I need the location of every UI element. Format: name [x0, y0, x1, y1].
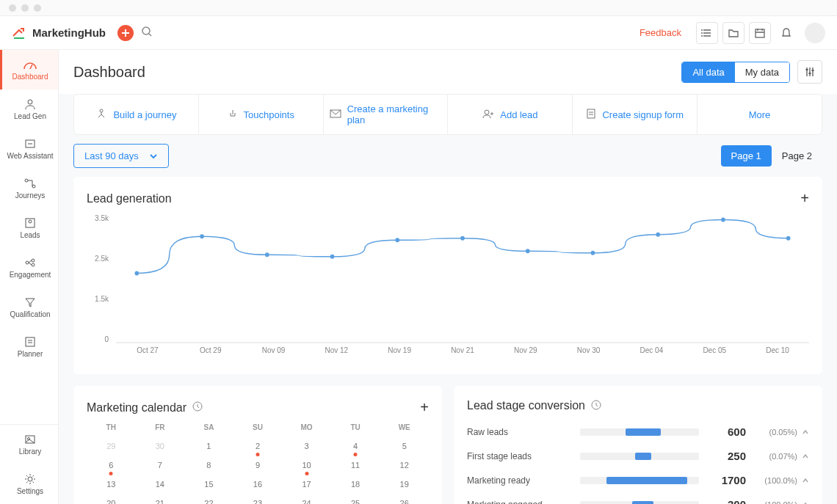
funnel-icon: [23, 296, 37, 308]
svg-point-23: [485, 110, 489, 114]
svg-point-33: [591, 251, 595, 255]
action-signup-form[interactable]: Create signup form: [573, 95, 698, 134]
sidebar-item-webassistant[interactable]: Web Assistant: [0, 129, 58, 169]
topbar: MarketingHub Feedback: [0, 16, 837, 50]
search-button[interactable]: [141, 26, 153, 40]
svg-point-5: [28, 100, 32, 104]
list-icon-button[interactable]: [696, 22, 718, 44]
page-tabs: Page 1 Page 2: [721, 145, 822, 167]
svg-point-34: [656, 233, 660, 237]
calendar-day[interactable]: 11: [331, 461, 380, 470]
action-marketing-plan[interactable]: Create a marketing plan: [324, 95, 449, 134]
calendar-day[interactable]: 26: [380, 499, 429, 504]
feedback-link[interactable]: Feedback: [639, 27, 681, 38]
sidebar-item-settings[interactable]: Settings: [0, 464, 58, 504]
event-dot-icon: [354, 453, 358, 456]
toggle-my-data[interactable]: My data: [735, 62, 789, 82]
calendar-day[interactable]: 9: [233, 461, 283, 470]
calendar-day[interactable]: 19: [380, 480, 429, 489]
sidebar-item-leadgen[interactable]: Lead Gen: [0, 90, 58, 129]
view-settings-button[interactable]: [797, 60, 822, 84]
sidebar-item-leads[interactable]: Leads: [0, 208, 58, 248]
calendar-day[interactable]: 7: [136, 461, 185, 470]
calendar-day[interactable]: 14: [136, 480, 185, 489]
stage-bar: [580, 477, 699, 484]
calendar-day[interactable]: 4: [331, 442, 380, 450]
svg-point-7: [25, 179, 28, 182]
stage-bar: [580, 428, 699, 436]
plus-icon: [121, 29, 130, 37]
people-icon: [23, 98, 37, 110]
add-button[interactable]: [117, 25, 134, 41]
tab-page-1[interactable]: Page 1: [721, 145, 772, 167]
add-user-icon: [482, 109, 494, 121]
stage-value: 300: [709, 498, 746, 504]
chevron-up-icon[interactable]: [802, 450, 809, 461]
action-touchpoints[interactable]: Touchpoints: [199, 95, 324, 134]
chrome-max-dot[interactable]: [34, 4, 41, 12]
calendar-day[interactable]: 3: [282, 442, 331, 450]
stage-label: Marketing ready: [467, 475, 570, 486]
svg-rect-20: [812, 70, 814, 71]
calendar-day[interactable]: 2: [233, 442, 283, 450]
chevron-up-icon[interactable]: [802, 426, 809, 437]
chrome-close-dot[interactable]: [9, 4, 16, 12]
logo[interactable]: MarketingHub: [12, 26, 106, 40]
svg-point-2: [701, 32, 703, 34]
sidebar-item-library[interactable]: Library: [0, 425, 58, 464]
chrome-min-dot[interactable]: [21, 4, 29, 12]
svg-rect-19: [809, 73, 811, 74]
toggle-all-data[interactable]: All data: [682, 62, 734, 82]
calendar-day[interactable]: 23: [233, 499, 283, 504]
calendar-day[interactable]: 5: [380, 442, 429, 450]
calendar-day[interactable]: 10: [282, 461, 331, 470]
calendar-day[interactable]: 6: [87, 461, 136, 470]
calendar-day[interactable]: 20: [87, 499, 136, 504]
calendar-day[interactable]: 21: [136, 499, 185, 504]
chevron-up-icon[interactable]: [802, 499, 809, 504]
lead-generation-card: Lead generation + 3.5k 2.5k 1.5k 0 Oct 2…: [73, 177, 822, 374]
calendar-title: Marketing calendar: [87, 401, 186, 414]
svg-point-17: [28, 477, 32, 481]
sidebar-item-qualification[interactable]: Qualification: [0, 288, 58, 327]
calendar-day[interactable]: 15: [184, 480, 233, 489]
action-build-journey[interactable]: Build a journey: [74, 95, 199, 134]
sidebar-item-journeys[interactable]: Journeys: [0, 169, 58, 208]
logo-icon: [12, 26, 26, 40]
calendar-day[interactable]: 17: [282, 480, 331, 489]
calendar-day[interactable]: 16: [233, 480, 283, 489]
bell-icon-button[interactable]: [775, 22, 797, 44]
chevron-up-icon[interactable]: [802, 475, 809, 486]
stage-label: Raw leads: [467, 427, 570, 437]
sidebar-item-dashboard[interactable]: Dashboard: [0, 50, 58, 90]
calendar-header: TH: [87, 423, 136, 431]
tab-page-2[interactable]: Page 2: [772, 145, 822, 167]
add-widget-button[interactable]: +: [800, 190, 809, 207]
action-add-lead[interactable]: Add lead: [448, 95, 573, 134]
calendar-add-button[interactable]: +: [420, 399, 429, 416]
calendar-day[interactable]: 1: [184, 442, 233, 450]
touchpoint-icon: [228, 109, 238, 121]
calendar-icon-button[interactable]: [749, 22, 771, 44]
avatar[interactable]: [805, 23, 825, 43]
action-more[interactable]: More: [698, 95, 822, 134]
sidebar-item-engagement[interactable]: Engagement: [0, 248, 58, 288]
calendar-day[interactable]: 8: [184, 461, 233, 470]
svg-point-13: [32, 263, 35, 266]
calendar-day[interactable]: 13: [87, 480, 136, 489]
calendar-day[interactable]: 30: [136, 442, 185, 450]
folder-icon-button[interactable]: [722, 22, 744, 44]
calendar-day[interactable]: 25: [331, 499, 380, 504]
svg-point-36: [786, 236, 791, 241]
calendar-day[interactable]: 22: [184, 499, 233, 504]
svg-point-21: [100, 109, 103, 112]
conversion-card: Lead stage conversion Raw leads600(0.05%…: [454, 386, 822, 504]
sidebar-item-planner[interactable]: Planner: [0, 327, 58, 367]
date-range-dropdown[interactable]: Last 90 days: [73, 144, 169, 168]
stage-label: First stage leads: [467, 451, 570, 461]
calendar-day[interactable]: 29: [87, 442, 136, 450]
calendar-day[interactable]: 18: [331, 480, 380, 489]
calendar-day[interactable]: 12: [380, 461, 429, 470]
form-icon: [586, 109, 596, 121]
calendar-day[interactable]: 24: [282, 499, 331, 504]
